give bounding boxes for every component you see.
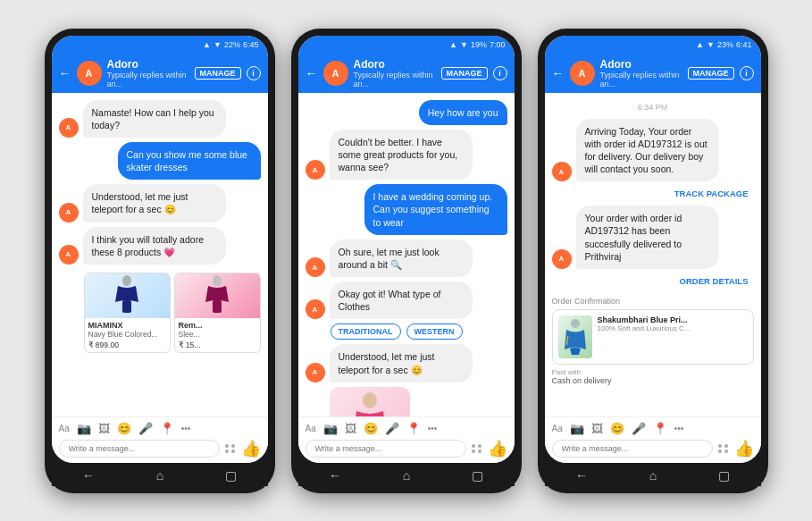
header-name-1: Adoro bbox=[107, 58, 189, 71]
more-icon-2[interactable]: ••• bbox=[428, 424, 438, 433]
wifi-icon: ▼ bbox=[213, 40, 222, 49]
chat-input-bar-1: Aa 📷 🖼 😊 🎤 📍 ••• 👍 bbox=[52, 416, 268, 463]
image-icon[interactable]: 🖼 bbox=[98, 422, 110, 435]
phone-1: ▲ ▼ 22% 6:45 ← A Adoro Typically replies… bbox=[45, 29, 275, 493]
manage-btn-1[interactable]: MANAGE bbox=[195, 67, 241, 80]
mic-icon-2[interactable]: 🎤 bbox=[385, 422, 399, 435]
phone-nav-3: ← ⌂ ▢ bbox=[545, 463, 761, 486]
bubble: Can you show me some blue skater dresses bbox=[118, 142, 261, 180]
msg-row: Can you show me some blue skater dresses bbox=[59, 142, 261, 180]
message-input-1[interactable] bbox=[59, 440, 220, 458]
dot bbox=[231, 450, 235, 453]
header-name-2: Adoro bbox=[354, 58, 436, 71]
recents-nav-icon-2[interactable]: ▢ bbox=[472, 468, 483, 483]
aa-icon[interactable]: Aa bbox=[59, 424, 70, 433]
dot bbox=[472, 444, 475, 448]
msg-row: A Understood, let me just teleport for a… bbox=[59, 184, 261, 222]
image-icon-2[interactable]: 🖼 bbox=[345, 422, 356, 435]
choice-row: TRADITIONAL WESTERN bbox=[331, 324, 507, 340]
location-icon-3[interactable]: 📍 bbox=[653, 422, 667, 435]
emoji-icon-2[interactable]: 😊 bbox=[364, 422, 378, 435]
aa-icon-3[interactable]: Aa bbox=[552, 424, 563, 433]
info-btn-1[interactable]: i bbox=[247, 66, 261, 80]
home-nav-icon[interactable]: ⌂ bbox=[156, 468, 163, 483]
back-nav-icon-2[interactable]: ← bbox=[329, 468, 341, 483]
recents-nav-icon-3[interactable]: ▢ bbox=[718, 468, 730, 483]
track-package-btn[interactable]: TRACK PACKAGE bbox=[552, 186, 754, 201]
paid-label: Paid with bbox=[552, 368, 754, 376]
thumbup-icon-1[interactable]: 👍 bbox=[241, 439, 261, 458]
signal-icon-3: ▲ bbox=[696, 40, 704, 49]
bubble: Understood, let me just teleport for a s… bbox=[83, 184, 226, 222]
more-icon-3[interactable]: ••• bbox=[674, 424, 684, 433]
back-button-1[interactable]: ← bbox=[59, 66, 71, 80]
back-button-3[interactable]: ← bbox=[552, 66, 565, 80]
info-btn-2[interactable]: i bbox=[493, 66, 507, 80]
bot-avatar: A bbox=[59, 118, 79, 138]
order-details-btn[interactable]: ORDER DETAILS bbox=[552, 273, 754, 289]
camera-icon-2[interactable]: 📷 bbox=[323, 422, 338, 435]
image-icon-3[interactable]: 🖼 bbox=[591, 422, 603, 435]
bot-avatar: A bbox=[59, 245, 79, 265]
dots-grid-1 bbox=[225, 444, 236, 453]
header-sub-3: Typically replies within an... bbox=[600, 71, 682, 88]
back-nav-icon[interactable]: ← bbox=[82, 468, 95, 483]
product-info-1: MIAMINX Navy Blue Colored... ₹ 899.00 bbox=[85, 318, 170, 352]
back-button-2[interactable]: ← bbox=[306, 66, 318, 80]
saree-image bbox=[330, 387, 410, 416]
manage-btn-2[interactable]: MANAGE bbox=[441, 67, 488, 80]
thumbup-icon-3[interactable]: 👍 bbox=[734, 439, 754, 458]
mic-icon-3[interactable]: 🎤 bbox=[632, 422, 646, 435]
chat-icons-row-1: Aa 📷 🖼 😊 🎤 📍 ••• bbox=[59, 422, 261, 435]
aa-icon-2[interactable]: Aa bbox=[306, 424, 316, 433]
home-nav-icon-2[interactable]: ⌂ bbox=[403, 468, 410, 483]
emoji-icon[interactable]: 😊 bbox=[117, 422, 131, 435]
info-btn-3[interactable]: i bbox=[740, 66, 754, 80]
dot bbox=[472, 450, 475, 453]
bubble: I have a wedding coming up. Can you sugg… bbox=[364, 184, 507, 235]
dot bbox=[724, 444, 728, 448]
header-info-2: Adoro Typically replies within an... bbox=[354, 58, 436, 88]
messenger-header-2: ← A Adoro Typically replies within an...… bbox=[298, 54, 515, 93]
home-nav-icon-3[interactable]: ⌂ bbox=[649, 468, 657, 483]
manage-btn-3[interactable]: MANAGE bbox=[688, 67, 734, 80]
western-btn[interactable]: WESTERN bbox=[406, 324, 463, 340]
product-card-2[interactable]: Rem... Slee... ₹ 15... bbox=[174, 273, 261, 353]
msg-row: A bbox=[306, 387, 507, 416]
emoji-icon-3[interactable]: 😊 bbox=[610, 422, 624, 435]
back-nav-icon-3[interactable]: ← bbox=[575, 468, 588, 483]
product-card-1[interactable]: MIAMINX Navy Blue Colored... ₹ 899.00 bbox=[84, 273, 171, 353]
order-product-info: Shakumbhari Blue Pri... 100% Soft and Lu… bbox=[598, 315, 691, 358]
message-input-2[interactable] bbox=[306, 440, 466, 458]
svg-point-2 bbox=[213, 275, 222, 286]
thumbup-icon-2[interactable]: 👍 bbox=[488, 439, 507, 458]
msg-row: A Couldn't be better. I have some great … bbox=[306, 130, 507, 181]
dot bbox=[718, 450, 722, 453]
camera-icon-3[interactable]: 📷 bbox=[570, 422, 584, 435]
traditional-btn[interactable]: TRADITIONAL bbox=[331, 324, 401, 340]
more-icon[interactable]: ••• bbox=[181, 424, 191, 433]
message-input-3[interactable] bbox=[552, 440, 713, 458]
dot bbox=[225, 450, 229, 453]
header-sub-2: Typically replies within an... bbox=[354, 71, 436, 88]
mic-icon[interactable]: 🎤 bbox=[138, 422, 153, 435]
bot-avatar-2: A bbox=[306, 160, 325, 180]
location-icon-2[interactable]: 📍 bbox=[406, 422, 421, 435]
msg-row: A Your order with order id AD197312 has … bbox=[552, 206, 754, 269]
order-product-card[interactable]: Shakumbhari Blue Pri... 100% Soft and Lu… bbox=[552, 309, 754, 365]
header-info-3: Adoro Typically replies within an... bbox=[600, 58, 682, 88]
product-desc-1: Navy Blue Colored... bbox=[88, 330, 166, 339]
recents-nav-icon[interactable]: ▢ bbox=[225, 468, 237, 483]
header-avatar-1: A bbox=[77, 61, 102, 86]
location-icon[interactable]: 📍 bbox=[160, 422, 174, 435]
bubble: Okay got it! What type of Clothes bbox=[330, 282, 473, 319]
signal-icon: ▲ bbox=[203, 40, 211, 49]
status-bar-3: ▲ ▼ 23% 6:41 bbox=[545, 36, 761, 54]
timestamp-3: 6:34 PM bbox=[552, 103, 754, 112]
order-confirmation-section: Order Confirmation Shakumbhari Blue Pr bbox=[552, 297, 754, 385]
messenger-header-3: ← A Adoro Typically replies within an...… bbox=[545, 54, 761, 93]
svg-point-5 bbox=[571, 319, 580, 328]
status-right-2: ▲ ▼ 19% 7:00 bbox=[449, 40, 505, 49]
camera-icon[interactable]: 📷 bbox=[77, 422, 91, 435]
header-actions-1: MANAGE i bbox=[195, 66, 261, 80]
